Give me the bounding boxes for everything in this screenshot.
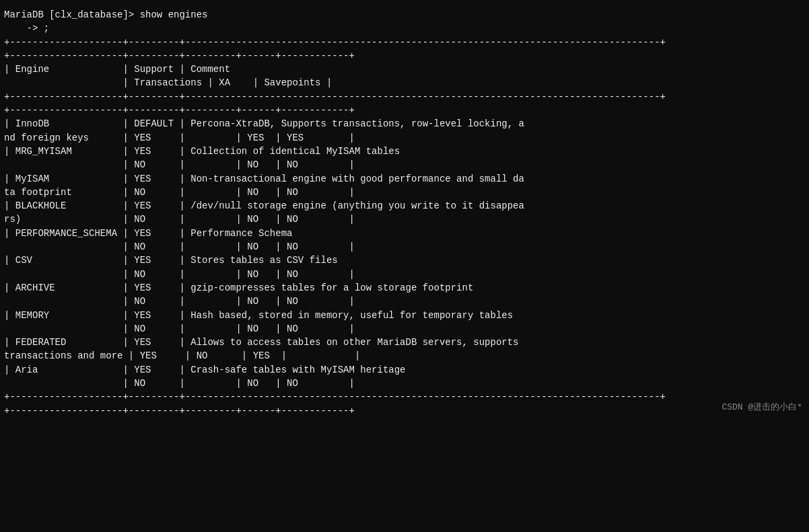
watermark-text: CSDN @进击的小白*	[722, 402, 802, 414]
terminal-output: MariaDB [clx_database]> show engines -> …	[4, 8, 805, 418]
terminal-window: MariaDB [clx_database]> show engines -> …	[0, 5, 809, 420]
